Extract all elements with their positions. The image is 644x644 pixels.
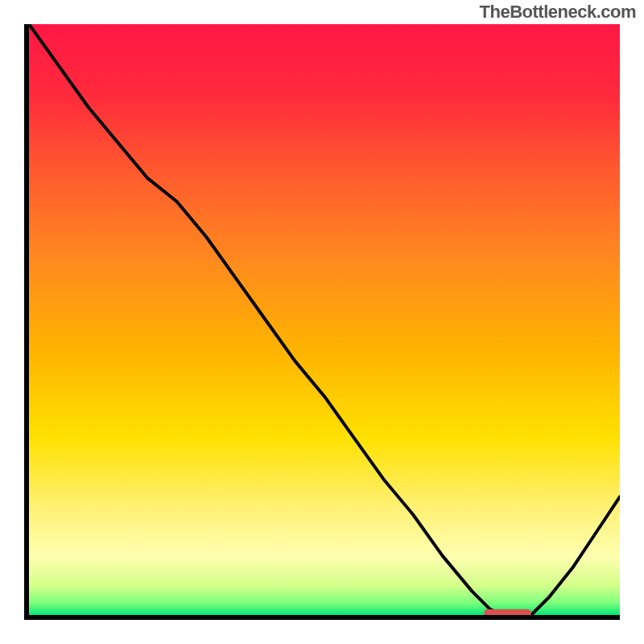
optimal-marker <box>29 24 620 615</box>
chart-container: TheBottleneck.com <box>0 0 644 644</box>
attribution-text: TheBottleneck.com <box>480 2 636 23</box>
plot-area <box>24 24 620 620</box>
svg-rect-1 <box>484 609 531 615</box>
